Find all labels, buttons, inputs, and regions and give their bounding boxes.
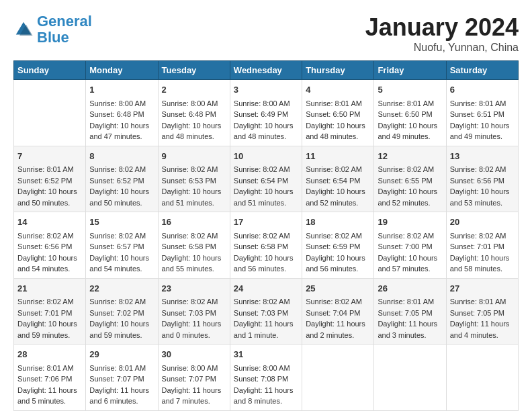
weekday-row: SundayMondayTuesdayWednesdayThursdayFrid…	[14, 61, 519, 80]
day-info: Sunset: 6:52 PM	[17, 175, 82, 187]
day-number: 29	[89, 348, 154, 361]
calendar-body: 1Sunrise: 8:00 AMSunset: 6:48 PMDaylight…	[14, 80, 519, 411]
day-info: Sunset: 7:05 PM	[378, 308, 442, 319]
day-number: 12	[378, 150, 442, 163]
day-number: 23	[162, 282, 226, 295]
day-info: Sunset: 6:48 PM	[162, 109, 226, 120]
logo: General Blue	[13, 13, 92, 46]
day-info: and 47 minutes.	[89, 131, 154, 142]
day-info: Daylight: 10 hours	[306, 120, 370, 132]
day-number: 25	[306, 282, 370, 295]
calendar-cell	[374, 345, 446, 411]
day-info: Sunrise: 8:01 AM	[306, 98, 370, 109]
day-number: 2	[162, 83, 226, 97]
day-info: Daylight: 10 hours	[450, 186, 515, 197]
day-info: Sunrise: 8:02 AM	[89, 230, 154, 242]
day-info: Sunset: 7:07 PM	[162, 373, 226, 385]
day-info: Daylight: 10 hours	[162, 186, 226, 197]
day-info: Daylight: 10 hours	[162, 253, 226, 264]
day-number: 7	[17, 150, 82, 163]
day-info: Sunrise: 8:01 AM	[378, 296, 442, 308]
logo-line2: Blue	[37, 29, 69, 46]
day-info: Daylight: 10 hours	[378, 186, 442, 197]
day-number: 9	[162, 150, 226, 163]
calendar-cell: 4Sunrise: 8:01 AMSunset: 6:50 PMDaylight…	[302, 80, 374, 146]
day-number: 26	[378, 282, 442, 295]
calendar-cell: 10Sunrise: 8:02 AMSunset: 6:54 PMDayligh…	[230, 146, 302, 212]
day-info: Sunrise: 8:01 AM	[17, 164, 82, 175]
day-info: and 3 minutes.	[378, 330, 442, 341]
day-info: and 52 minutes.	[306, 197, 370, 209]
day-info: and 2 minutes.	[306, 330, 370, 341]
calendar-cell	[14, 80, 86, 146]
calendar-cell: 27Sunrise: 8:01 AMSunset: 7:05 PMDayligh…	[446, 278, 518, 345]
calendar-cell: 30Sunrise: 8:00 AMSunset: 7:07 PMDayligh…	[158, 345, 230, 411]
day-info: Sunset: 6:57 PM	[89, 241, 154, 253]
calendar-week: 14Sunrise: 8:02 AMSunset: 6:56 PMDayligh…	[14, 212, 519, 279]
day-number: 17	[234, 216, 298, 229]
day-info: Sunset: 6:51 PM	[450, 109, 515, 120]
day-info: Sunrise: 8:01 AM	[450, 296, 515, 308]
calendar-cell: 19Sunrise: 8:02 AMSunset: 7:00 PMDayligh…	[374, 212, 446, 279]
day-info: and 8 minutes.	[234, 396, 298, 407]
day-info: Sunset: 6:50 PM	[378, 109, 442, 120]
title-area: January 2024 Nuofu, Yunnan, China	[365, 13, 519, 54]
day-number: 28	[17, 348, 82, 361]
day-info: Daylight: 10 hours	[234, 253, 298, 264]
logo-text: General Blue	[37, 13, 92, 46]
day-info: and 48 minutes.	[162, 131, 226, 142]
calendar-cell	[302, 345, 374, 411]
day-info: Sunrise: 8:02 AM	[17, 230, 82, 242]
day-number: 5	[378, 83, 442, 97]
day-info: Daylight: 10 hours	[234, 120, 298, 132]
day-number: 30	[162, 348, 226, 361]
day-info: Daylight: 10 hours	[306, 253, 370, 264]
day-info: Sunrise: 8:02 AM	[450, 164, 515, 175]
calendar-header: SundayMondayTuesdayWednesdayThursdayFrid…	[14, 61, 519, 80]
day-info: Daylight: 10 hours	[17, 318, 82, 330]
day-info: and 56 minutes.	[306, 263, 370, 275]
day-info: Sunset: 6:54 PM	[234, 175, 298, 187]
day-info: Sunset: 7:01 PM	[450, 241, 515, 253]
day-info: Daylight: 11 hours	[89, 385, 154, 396]
day-info: Daylight: 10 hours	[378, 253, 442, 264]
calendar-cell: 7Sunrise: 8:01 AMSunset: 6:52 PMDaylight…	[14, 146, 86, 212]
day-info: Daylight: 10 hours	[234, 186, 298, 197]
day-info: Sunset: 6:52 PM	[89, 175, 154, 187]
day-info: Sunrise: 8:02 AM	[306, 296, 370, 308]
day-info: Sunset: 6:48 PM	[89, 109, 154, 120]
logo-icon	[13, 19, 34, 40]
calendar-week: 7Sunrise: 8:01 AMSunset: 6:52 PMDaylight…	[14, 146, 519, 212]
calendar-cell: 25Sunrise: 8:02 AMSunset: 7:04 PMDayligh…	[302, 278, 374, 345]
calendar-cell: 2Sunrise: 8:00 AMSunset: 6:48 PMDaylight…	[158, 80, 230, 146]
day-info: Sunrise: 8:02 AM	[162, 230, 226, 242]
day-info: Sunrise: 8:02 AM	[17, 296, 82, 308]
day-info: Sunset: 6:55 PM	[378, 175, 442, 187]
calendar-cell: 11Sunrise: 8:02 AMSunset: 6:54 PMDayligh…	[302, 146, 374, 212]
day-number: 21	[17, 282, 82, 295]
day-info: Sunset: 7:02 PM	[89, 308, 154, 319]
day-info: Sunset: 6:54 PM	[306, 175, 370, 187]
weekday-header: Friday	[374, 61, 446, 80]
day-info: Daylight: 10 hours	[89, 120, 154, 132]
day-info: Daylight: 11 hours	[17, 385, 82, 396]
calendar-cell: 22Sunrise: 8:02 AMSunset: 7:02 PMDayligh…	[86, 278, 158, 345]
day-info: and 48 minutes.	[234, 131, 298, 142]
weekday-header: Sunday	[14, 61, 86, 80]
day-info: Sunrise: 8:02 AM	[306, 230, 370, 242]
day-info: and 4 minutes.	[450, 330, 515, 341]
day-info: and 59 minutes.	[17, 330, 82, 341]
calendar-cell: 17Sunrise: 8:02 AMSunset: 6:58 PMDayligh…	[230, 212, 302, 279]
weekday-header: Tuesday	[158, 61, 230, 80]
day-info: and 55 minutes.	[162, 263, 226, 275]
calendar-cell	[446, 345, 518, 411]
day-info: and 49 minutes.	[378, 131, 442, 142]
calendar-cell: 12Sunrise: 8:02 AMSunset: 6:55 PMDayligh…	[374, 146, 446, 212]
day-info: Sunset: 7:07 PM	[89, 373, 154, 385]
day-info: Sunset: 7:05 PM	[450, 308, 515, 319]
day-info: Sunset: 7:00 PM	[378, 241, 442, 253]
day-info: Daylight: 10 hours	[17, 186, 82, 197]
calendar-table: SundayMondayTuesdayWednesdayThursdayFrid…	[13, 60, 519, 411]
day-info: Sunrise: 8:02 AM	[234, 296, 298, 308]
day-info: Daylight: 11 hours	[162, 318, 226, 330]
